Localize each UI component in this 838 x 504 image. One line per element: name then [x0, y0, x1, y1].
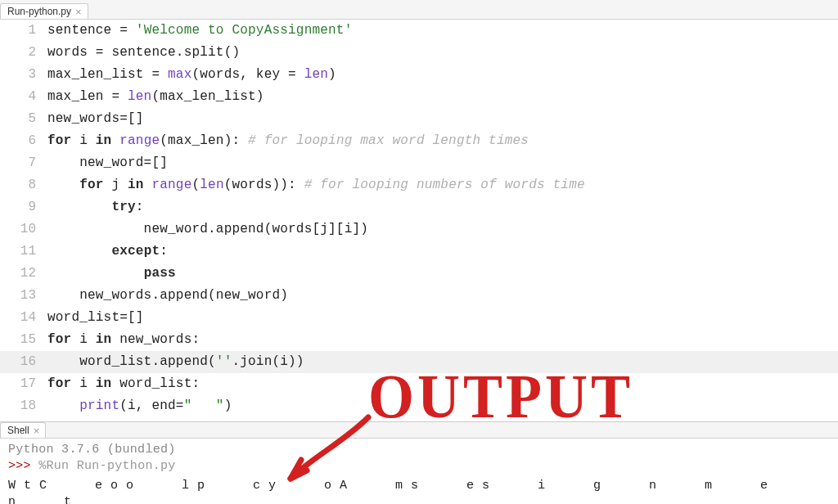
- code-line: words = sentence.split(): [47, 42, 240, 64]
- editor-tab-label: Run-python.py: [7, 6, 71, 17]
- line-number: 5: [0, 108, 47, 130]
- close-icon[interactable]: ×: [74, 7, 83, 17]
- shell-output: WtC eoo lp cy oA ms es i g n m e n t: [8, 475, 830, 504]
- line-number: 8: [0, 174, 47, 196]
- shell-tab-label: Shell: [7, 425, 29, 436]
- line-number: 3: [0, 64, 47, 86]
- line-number: 15: [0, 329, 47, 351]
- shell-prompt: >>>: [8, 459, 31, 473]
- code-line: sentence = 'Welcome to CopyAssignment': [47, 20, 352, 42]
- line-number: 12: [0, 263, 47, 285]
- line-number: 17: [0, 373, 47, 395]
- close-icon[interactable]: ×: [33, 425, 41, 436]
- line-number: 1: [0, 20, 47, 42]
- code-line: word_list.append(''.join(i)): [47, 351, 304, 373]
- line-number: 9: [0, 196, 47, 218]
- line-number: 10: [0, 218, 47, 241]
- code-line: new_words.append(new_word): [47, 285, 288, 307]
- line-number: 14: [0, 307, 47, 329]
- shell-panel[interactable]: Python 3.7.6 (bundled) >>> %Run Run-pyth…: [0, 439, 838, 504]
- code-line: word_list=[]: [47, 307, 144, 329]
- code-line: max_len = len(max_len_list): [47, 86, 264, 108]
- editor-tab[interactable]: Run-python.py ×: [0, 3, 88, 19]
- shell-command: %Run Run-python.py: [31, 459, 176, 473]
- line-number: 6: [0, 130, 47, 152]
- code-line: try:: [47, 196, 144, 218]
- code-line: new_words=[]: [47, 108, 144, 130]
- line-number: 18: [0, 395, 47, 417]
- editor-tab-bar: Run-python.py ×: [0, 0, 838, 20]
- shell-version: Python 3.7.6 (bundled): [8, 442, 830, 458]
- code-editor[interactable]: 1sentence = 'Welcome to CopyAssignment' …: [0, 20, 838, 422]
- code-line: pass: [47, 263, 176, 285]
- line-number: 11: [0, 241, 47, 263]
- code-line: for i in range(max_len): # for looping m…: [47, 130, 529, 152]
- line-number: 16: [0, 351, 47, 373]
- shell-tab-bar: Shell ×: [0, 422, 838, 439]
- code-line: except:: [47, 241, 168, 263]
- code-line: for i in new_words:: [47, 329, 200, 351]
- code-line: for i in word_list:: [47, 373, 200, 395]
- code-line: for j in range(len(words)): # for loopin…: [47, 174, 585, 196]
- shell-prompt-line: >>> %Run Run-python.py: [8, 458, 830, 475]
- code-line: max_len_list = max(words, key = len): [47, 64, 336, 86]
- line-number: 4: [0, 86, 47, 108]
- code-line: new_word.append(words[j][i]): [47, 218, 368, 241]
- shell-tab[interactable]: Shell ×: [0, 422, 46, 438]
- code-line: print(i, end=" "): [47, 395, 232, 417]
- code-line: new_word=[]: [47, 152, 168, 174]
- line-number: 2: [0, 42, 47, 64]
- line-number: 13: [0, 285, 47, 307]
- line-number: 7: [0, 152, 47, 174]
